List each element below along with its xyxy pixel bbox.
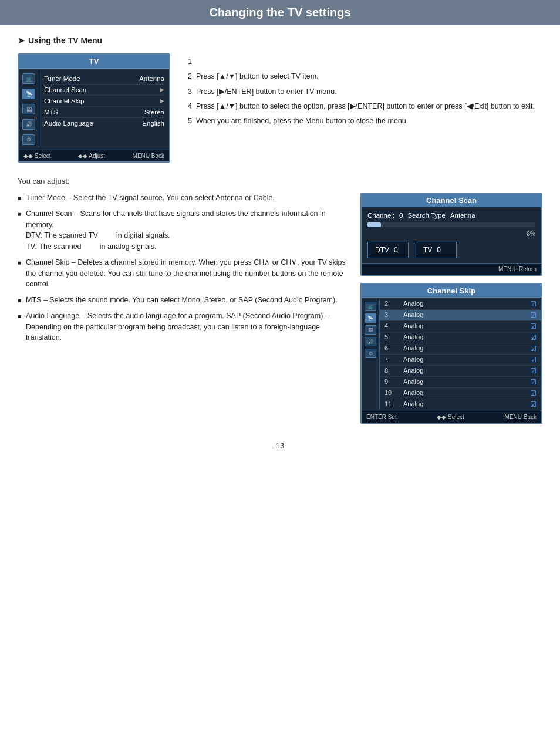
page-number: 13 [0, 441, 560, 450]
skip-row-5: 5 Analog ☑ [380, 332, 541, 343]
skip-icon-chan: 📡 [365, 313, 376, 323]
tv-scan-box: TV 0 [416, 242, 457, 258]
page-title: Changing the TV settings [209, 6, 350, 19]
instruction-step-5: 5 When you are finished, press the Menu … [188, 115, 542, 127]
instruction-step-3: 3 Press [▶/ENTER] button to enter TV men… [188, 86, 542, 98]
progress-label: 8% [367, 231, 535, 237]
channel-skip-title: Channel Skip [362, 284, 541, 298]
tv-menu-title: TV [19, 55, 169, 69]
bullet-list: Tuner Mode – Select the TV signal source… [18, 193, 349, 343]
skip-icon-set: ⚙ [365, 349, 376, 358]
tv-menu-footer: ◆◆ Select ◆◆ Adjust MENU Back [19, 150, 169, 161]
tv-menu-body: 📺 📡 🖼 🔊 ⚙ Tuner Mode Antenna Channel Sca… [19, 69, 169, 150]
menu-row-mts: MTS Stereo [44, 107, 164, 118]
channel-skip-footer: ENTER Set ◆◆ Select MENU Back [362, 411, 541, 423]
channel-skip-box: Channel Skip 📺 📡 🖼 🔊 ⚙ 2 Analog ☑ [360, 283, 542, 424]
instruction-step-4: 4 Press [▲/▼] button to select the optio… [188, 100, 542, 113]
channel-skip-items: 2 Analog ☑ 3 Analog ☑ 4 Analog ☑ [380, 299, 541, 410]
skip-row-11: 11 Analog ☑ [380, 399, 541, 410]
instruction-step-2: 2 Press [▲/▼] button to select TV item. [188, 70, 542, 83]
skip-icon-aud: 🔊 [365, 337, 376, 346]
menu-icon-tv: 📺 [22, 73, 35, 84]
bullet-channel-skip: Channel Skip – Deletes a channel stored … [18, 257, 349, 290]
skip-row-6: 6 Analog ☑ [380, 343, 541, 355]
menu-row-audio-lang: Audio Language English [44, 118, 164, 129]
skip-row-10: 10 Analog ☑ [380, 388, 541, 399]
skip-icon-pic: 🖼 [365, 325, 376, 335]
section-title: Using the TV Menu [18, 36, 542, 45]
tv-menu-layout: TV 📺 📡 🖼 🔊 ⚙ Tuner Mode Antenna Channel … [18, 53, 542, 163]
progress-bar [367, 222, 535, 227]
channel-scan-box: Channel Scan Channel: 0 Search Type Ante… [360, 193, 542, 276]
channel-scan-info-row: Channel: 0 Search Type Antenna [367, 212, 535, 219]
skip-row-7: 7 Analog ☑ [380, 355, 541, 366]
menu-icon-channel: 📡 [22, 89, 35, 99]
tv-menu-box: TV 📺 📡 🖼 🔊 ⚙ Tuner Mode Antenna Channel … [18, 53, 170, 163]
left-col: Tuner Mode – Select the TV signal source… [18, 193, 349, 424]
menu-icon-pic: 🖼 [22, 104, 35, 114]
skip-icon-tv: 📺 [365, 302, 376, 311]
bullet-channel-scan: Channel Scan – Scans for channels that h… [18, 208, 349, 252]
channel-scan-title: Channel Scan [362, 194, 541, 207]
menu-icon-audio: 🔊 [22, 119, 35, 130]
channel-skip-icons: 📺 📡 🖼 🔊 ⚙ [362, 299, 380, 410]
progress-bar-fill [367, 222, 381, 227]
skip-row-2: 2 Analog ☑ [380, 299, 541, 310]
menu-icon-setup: ⚙ [22, 134, 35, 145]
page-header: Changing the TV settings [0, 0, 560, 25]
instructions-list: 1 2 Press [▲/▼] button to select TV item… [188, 56, 542, 127]
dtv-box: DTV 0 [367, 242, 409, 258]
menu-row-channel-scan: Channel Scan ▶ [44, 85, 164, 96]
dtv-tv-row: DTV 0 TV 0 [367, 242, 535, 258]
you-can-adjust: You can adjust: [18, 177, 542, 185]
instruction-step-1: 1 [188, 56, 542, 68]
two-col-layout: Tuner Mode – Select the TV signal source… [18, 193, 542, 424]
bullet-mts: MTS – Selects the sound mode. You can se… [18, 295, 349, 306]
channel-scan-footer: MENU: Return [362, 263, 541, 275]
tv-menu-items: Tuner Mode Antenna Channel Scan ▶ Channe… [39, 71, 169, 147]
skip-row-9: 9 Analog ☑ [380, 377, 541, 388]
menu-row-channel-skip: Channel Skip ▶ [44, 96, 164, 107]
skip-row-8: 8 Analog ☑ [380, 366, 541, 377]
instructions-panel: 1 2 Press [▲/▼] button to select TV item… [188, 53, 542, 129]
menu-row-tuner: Tuner Mode Antenna [44, 73, 164, 85]
tv-menu-icons: 📺 📡 🖼 🔊 ⚙ [19, 71, 39, 147]
right-col: Channel Scan Channel: 0 Search Type Ante… [360, 193, 542, 424]
skip-row-4: 4 Analog ☑ [380, 321, 541, 332]
bullet-tuner-mode: Tuner Mode – Select the TV signal source… [18, 193, 349, 204]
bullet-audio-lang: Audio Language – Selects the audio langu… [18, 310, 349, 343]
channel-scan-body: Channel: 0 Search Type Antenna 8% DTV 0 [362, 207, 541, 263]
skip-row-3: 3 Analog ☑ [380, 310, 541, 321]
channel-skip-body: 📺 📡 🖼 🔊 ⚙ 2 Analog ☑ 3 [362, 298, 541, 411]
